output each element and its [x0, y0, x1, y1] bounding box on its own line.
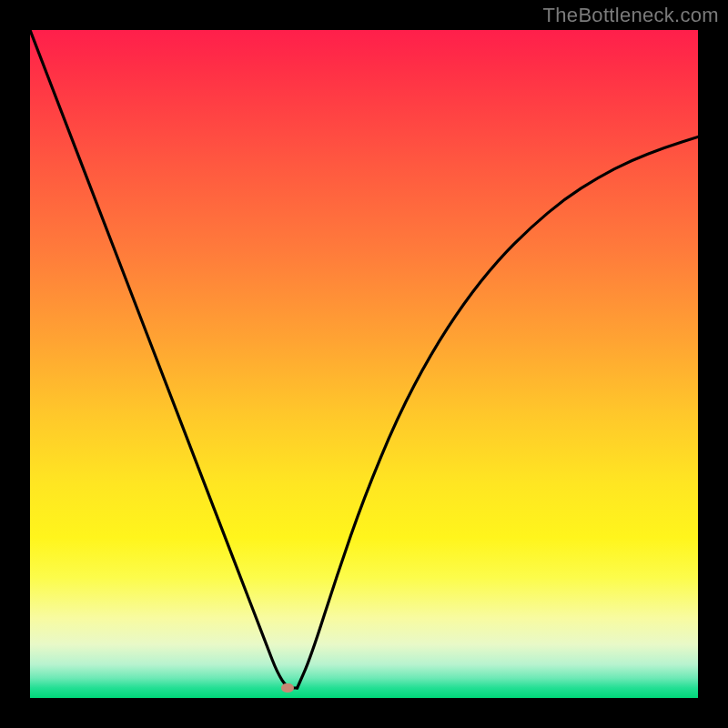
- watermark-label: TheBottleneck.com: [543, 4, 719, 27]
- chart-frame: TheBottleneck.com: [0, 0, 728, 728]
- curve-canvas: [30, 30, 698, 698]
- min-point-marker: [281, 683, 294, 693]
